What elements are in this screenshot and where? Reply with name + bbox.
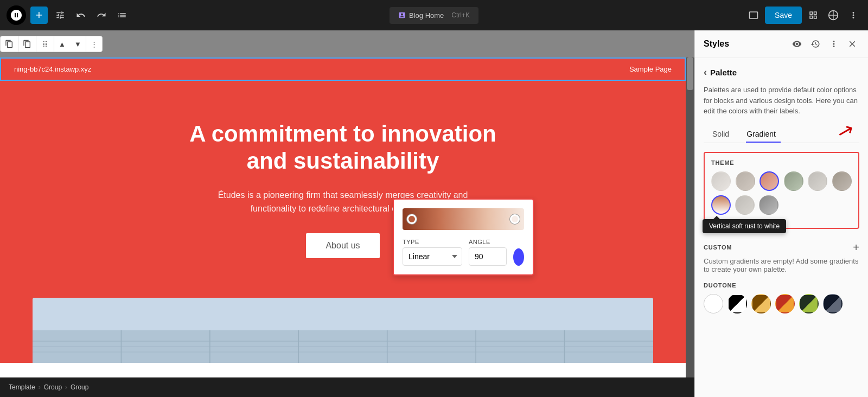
duotone-swatch-4[interactable] (775, 294, 795, 313)
add-block-button[interactable]: + (30, 7, 48, 24)
custom-section-label: CUSTOM (704, 244, 732, 251)
block-toolbar: ▲ ▼ ⋮ (0, 36, 694, 52)
breadcrumb: Template › Group › Group (0, 377, 694, 397)
theme-highlight-box: THEME (704, 152, 859, 229)
palette-section: ‹ Palette Palettes are used to provide d… (695, 58, 868, 397)
type-field: TYPE Linear Radial Conic (403, 239, 462, 266)
theme-swatch-7[interactable] (711, 195, 731, 215)
duotone-section-label: DUOTONE (704, 282, 859, 289)
theme-section-label: THEME (711, 159, 852, 166)
type-label: TYPE (403, 239, 462, 245)
angle-label: ANGLE (469, 239, 507, 245)
duotone-swatch-3[interactable] (751, 294, 771, 313)
panel-header: Styles (695, 30, 868, 58)
theme-swatch-5[interactable] (808, 171, 827, 191)
theme-swatch-6[interactable] (832, 171, 852, 191)
duotone-swatch-6[interactable] (823, 294, 843, 313)
type-select[interactable]: Linear Radial Conic (403, 247, 462, 266)
theme-swatches-row2 (711, 195, 852, 215)
theme-swatch-3[interactable] (760, 171, 779, 191)
solid-tab[interactable]: Solid (704, 125, 738, 143)
back-arrow-icon: ‹ (704, 67, 707, 78)
top-right-actions: Save (745, 7, 861, 24)
save-button[interactable]: Save (765, 7, 802, 24)
breadcrumb-sep-1: › (39, 383, 41, 391)
custom-section: CUSTOM + Custom gradients are empty! Add… (704, 242, 859, 273)
duotone-section: DUOTONE (704, 282, 859, 313)
panel-eye-button[interactable] (790, 37, 804, 51)
color-dot[interactable] (513, 248, 524, 266)
breadcrumb-group-2[interactable]: Group (71, 383, 88, 391)
panel-title: Styles (704, 39, 786, 49)
panel-close-button[interactable] (845, 37, 859, 51)
breadcrumb-template[interactable]: Template (9, 383, 35, 391)
theme-swatch-9[interactable] (759, 195, 778, 215)
sample-page-link[interactable]: Sample Page (629, 65, 672, 73)
wp-logo[interactable] (7, 5, 26, 25)
popup-controls: TYPE Linear Radial Conic ANGLE (403, 239, 524, 266)
site-header: ning-bb7c24.instawp.xyz Sample Page (0, 57, 686, 81)
drag-handle[interactable] (36, 36, 54, 52)
scrollbar[interactable] (686, 57, 694, 377)
duotone-swatch-2[interactable] (727, 294, 747, 313)
top-bar: + Blog Home Ctrl+K Save (0, 0, 868, 30)
back-to-styles-button[interactable]: ‹ Palette (704, 67, 737, 78)
center-toolbar: Blog Home Ctrl+K (390, 7, 478, 24)
theme-swatch-2[interactable] (736, 171, 755, 191)
tab-indicator (746, 142, 781, 143)
tooltip: Vertical soft rust to white (703, 219, 786, 233)
right-panel: Styles ‹ Palette Palettes are used to pr… (694, 30, 868, 397)
list-view-button[interactable] (114, 7, 130, 23)
move-down-button[interactable]: ▼ (70, 37, 86, 52)
theme-swatch-1[interactable] (711, 171, 731, 191)
gradient-handle-right[interactable] (510, 214, 520, 224)
gradient-handle-left[interactable] (407, 214, 417, 224)
copy-block-button-2[interactable] (18, 36, 36, 52)
block-options-button[interactable]: ⋮ (86, 37, 102, 52)
preview-button[interactable] (745, 7, 762, 23)
layout-button[interactable] (805, 7, 821, 23)
shortcut-label: Ctrl+K (451, 11, 470, 19)
scrollbar-thumb[interactable] (687, 57, 693, 90)
canvas: ning-bb7c24.instawp.xyz Sample Page A co… (0, 57, 686, 377)
breadcrumb-sep-2: › (65, 383, 67, 391)
hero-section: A commitment to innovation and sustainab… (0, 81, 686, 298)
dark-mode-button[interactable] (825, 7, 842, 24)
add-custom-gradient-button[interactable]: + (853, 242, 859, 253)
angle-input[interactable] (469, 247, 507, 266)
main-layout: ▲ ▼ ⋮ ning-bb7c24.instawp.xyz Sample Pag… (0, 30, 868, 397)
gradient-preview-bar[interactable] (403, 208, 524, 230)
duotone-swatch-1[interactable] (704, 294, 723, 313)
duotone-swatches (704, 294, 859, 313)
tooltip-arrow (713, 216, 720, 219)
editor-area: ▲ ▼ ⋮ ning-bb7c24.instawp.xyz Sample Pag… (0, 30, 694, 397)
about-us-button[interactable]: About us (306, 233, 379, 258)
more-options-button[interactable] (845, 7, 861, 23)
hero-heading: A commitment to innovation and sustainab… (180, 120, 506, 175)
gradient-popup: TYPE Linear Radial Conic ANGLE (393, 198, 534, 276)
angle-field: ANGLE (469, 239, 507, 266)
swatches-row2-container: Vertical soft rust to white (711, 195, 852, 215)
theme-swatches-row1 (711, 171, 852, 191)
tools-button[interactable] (52, 7, 68, 23)
theme-swatch-8[interactable] (735, 195, 755, 215)
gradient-tab[interactable]: Gradient (738, 125, 784, 143)
palette-tabs: Solid Gradient (704, 125, 859, 143)
palette-back-label: Palette (710, 68, 737, 77)
theme-swatch-4[interactable] (784, 171, 803, 191)
palette-description: Palettes are used to provide default col… (704, 85, 859, 117)
undo-button[interactable] (73, 7, 89, 23)
building-image (33, 298, 653, 363)
copy-block-button[interactable] (1, 36, 18, 52)
breadcrumb-group-1[interactable]: Group (44, 383, 62, 391)
toolbar-group: ▲ ▼ ⋮ (0, 36, 103, 52)
duotone-swatch-5[interactable] (799, 294, 819, 313)
move-up-button[interactable]: ▲ (54, 37, 70, 52)
blog-home-button[interactable]: Blog Home Ctrl+K (390, 7, 478, 24)
redo-button[interactable] (93, 7, 110, 23)
blog-home-label: Blog Home (409, 11, 444, 20)
custom-empty-text: Custom gradients are empty! Add some gra… (704, 257, 859, 273)
panel-more-button[interactable] (827, 37, 841, 51)
site-url: ning-bb7c24.instawp.xyz (14, 65, 91, 73)
panel-history-button[interactable] (808, 37, 822, 51)
